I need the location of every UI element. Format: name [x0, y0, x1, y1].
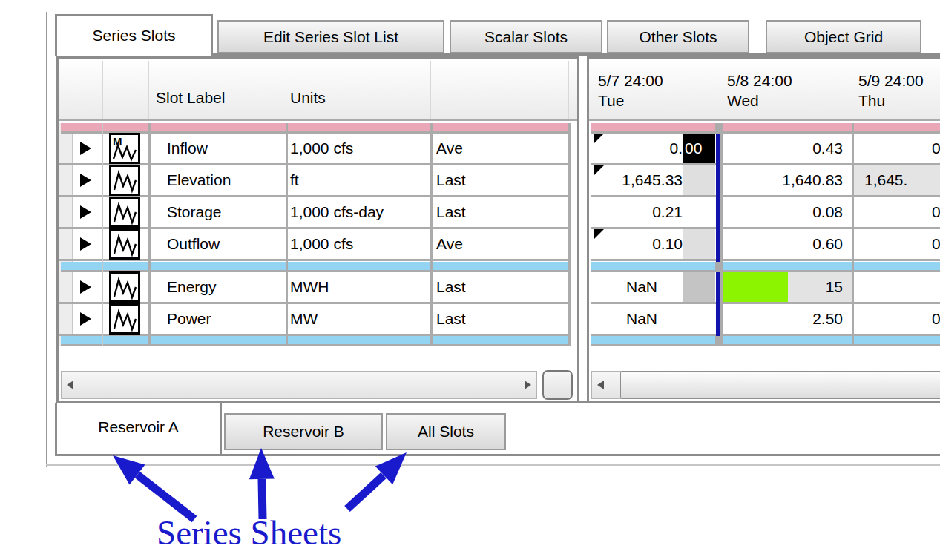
value-cell[interactable]: 0.08 — [723, 197, 843, 227]
series-icon[interactable] — [109, 271, 140, 303]
units-cell[interactable]: 1,000 cfs — [290, 134, 353, 163]
slot-label-cell[interactable]: Energy — [167, 272, 217, 302]
column-header-slot-label: Slot Label — [156, 83, 225, 113]
pink-divider-band — [61, 123, 568, 134]
scroll-left-icon — [67, 381, 73, 389]
tab-scalar-slots[interactable]: Scalar Slots — [450, 20, 602, 53]
sheet-tab-reservoir-b[interactable]: Reservoir B — [224, 413, 383, 450]
annotation-label: Series Sheets — [157, 513, 341, 553]
column-separator — [286, 123, 288, 346]
value-cell[interactable]: 2.50 — [723, 304, 843, 334]
value-cell[interactable]: NaN — [594, 272, 657, 302]
aggregation-cell[interactable]: Last — [436, 165, 466, 195]
row-expander-icon[interactable] — [80, 280, 91, 294]
series-icon[interactable] — [109, 197, 140, 228]
series-icon[interactable] — [109, 303, 140, 335]
value-cell[interactable]: 0.60 — [723, 229, 843, 259]
value-cell[interactable]: 0.10 — [594, 229, 683, 259]
value-cell[interactable]: 0.43 — [723, 134, 843, 163]
value-cell[interactable]: 1,645. — [864, 165, 907, 195]
date-column-header: 5/8 24:00 Wed — [727, 70, 792, 111]
series-icon[interactable] — [109, 228, 140, 260]
header-separator — [568, 61, 569, 119]
tab-object-grid[interactable]: Object Grid — [766, 20, 921, 53]
aggregation-cell[interactable]: Last — [436, 197, 466, 227]
row-expander-icon[interactable] — [80, 142, 91, 155]
value-cell[interactable]: NaN — [594, 304, 657, 334]
aggregation-cell[interactable]: Last — [436, 304, 466, 334]
value-cell[interactable]: 0 — [932, 304, 940, 334]
units-cell[interactable]: MWH — [290, 272, 329, 302]
series-icon[interactable] — [109, 165, 140, 196]
slot-label-cell[interactable]: Elevation — [167, 165, 231, 195]
aggregation-cell[interactable]: Ave — [436, 134, 463, 163]
date-column-header: 5/7 24:00 Tue — [598, 70, 663, 111]
tab-other-slots[interactable]: Other Slots — [607, 20, 749, 53]
output-flag-box — [683, 165, 715, 195]
slot-list-hscrollbar[interactable] — [61, 371, 537, 399]
value-cell[interactable]: 0. — [594, 134, 683, 163]
units-cell[interactable]: MW — [290, 304, 318, 334]
slot-viewer-window: Slot Label Units Series Sheets Series Sl… — [0, 0, 940, 560]
window-bottom-edge — [46, 464, 940, 466]
aggregation-cell[interactable]: Last — [436, 272, 466, 302]
tab-series-slots[interactable]: Series Slots — [55, 14, 213, 56]
header-separator — [73, 61, 73, 119]
blue-divider-band — [591, 262, 940, 272]
slot-label-cell[interactable]: Power — [167, 304, 211, 334]
value-cell[interactable]: 1,645.33 — [594, 165, 683, 195]
date-column-header: 5/9 24:00 Thu — [858, 70, 924, 111]
current-timestep-line — [716, 134, 720, 262]
sheet-tab-all-slots[interactable]: All Slots — [386, 413, 506, 450]
timeseries-scroll-thumb[interactable] — [620, 371, 940, 399]
header-separator — [852, 61, 852, 119]
slot-label-cell[interactable]: Outflow — [167, 229, 220, 259]
blue-divider-band — [591, 336, 940, 346]
row-separator — [591, 259, 940, 261]
units-cell[interactable]: ft — [290, 165, 299, 195]
pink-divider-band — [591, 123, 940, 134]
value-cell[interactable]: 0 — [932, 134, 940, 163]
output-flag-box — [683, 229, 715, 259]
row-expander-icon[interactable] — [80, 237, 91, 251]
value-cell[interactable]: 0 — [932, 197, 940, 227]
tab-edit-series-slot-list[interactable]: Edit Series Slot List — [217, 20, 444, 53]
header-separator — [148, 61, 149, 119]
value-cell[interactable]: 0 — [932, 229, 940, 259]
arrow-to-reservoir-a — [113, 455, 145, 484]
current-timestep-line — [716, 272, 720, 336]
row-expander-icon[interactable] — [80, 312, 91, 326]
header-separator — [717, 61, 717, 119]
row-expander-icon[interactable] — [80, 174, 91, 187]
units-cell[interactable]: 1,000 cfs-day — [290, 197, 384, 227]
timeseries-scroll-left-arrow[interactable] — [592, 372, 608, 398]
column-separator — [852, 123, 854, 346]
selected-text-box: 00 — [683, 134, 715, 163]
slot-label-cell[interactable]: Inflow — [167, 134, 208, 163]
slot-label-cell[interactable]: Storage — [167, 197, 222, 227]
sheet-tab-reservoir-a[interactable]: Reservoir A — [55, 403, 222, 456]
value-cell[interactable]: 15 — [723, 272, 843, 302]
row-header-strip — [59, 123, 73, 346]
column-separator — [430, 123, 433, 346]
value-cell[interactable]: 1,640.83 — [723, 165, 843, 195]
cell-note-flag-icon — [594, 134, 604, 144]
value-cell[interactable]: 0.21 — [594, 197, 683, 227]
row-expander-icon[interactable] — [80, 205, 91, 219]
aggregation-cell[interactable]: Ave — [436, 229, 463, 259]
blue-divider-band — [61, 336, 568, 346]
column-separator — [102, 123, 103, 346]
column-separator — [720, 123, 723, 346]
cell-note-flag-icon — [594, 229, 604, 240]
scroll-right-arrow[interactable] — [519, 372, 536, 398]
blue-divider-band — [61, 262, 568, 272]
scrollbar-corner-button[interactable] — [542, 370, 573, 400]
scroll-left-icon — [597, 381, 604, 389]
arrow-to-all-slots — [375, 452, 407, 484]
multi-series-icon[interactable]: M — [109, 133, 140, 164]
units-cell[interactable]: 1,000 cfs — [290, 229, 353, 259]
header-separator — [286, 61, 286, 119]
scroll-left-arrow[interactable] — [62, 372, 78, 398]
column-separator — [148, 123, 151, 346]
header-separator — [430, 61, 431, 119]
